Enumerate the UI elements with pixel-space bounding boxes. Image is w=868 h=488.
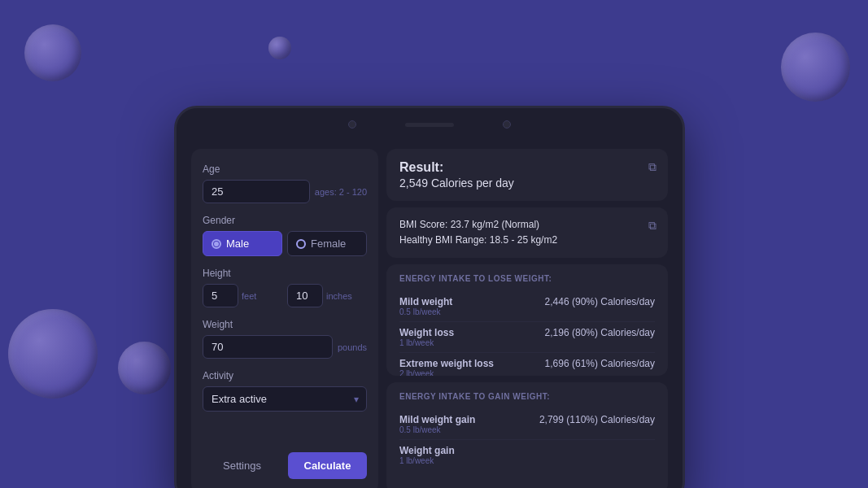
gain-label-1: Weight gain [399,445,455,456]
copy-icon[interactable]: ⧉ [648,160,656,174]
bmi-card: ⧉ BMI Score: 23.7 kg/m2 (Normal) Healthy… [386,207,668,258]
tablet-device: Age ages: 2 - 120 Gender Male Female [174,106,685,488]
weight-group: Weight pounds [203,319,367,359]
lose-sub-0: 0.5 lb/week [399,307,452,316]
lose-label-2: Extreme weight loss [399,358,494,369]
lose-row-1: Weight loss 1 lb/week 2,196 (80%) Calori… [399,322,655,353]
gain-weight-section: ENERGY INTAKE TO GAIN WEIGHT: Mild weigh… [386,382,668,488]
gain-row-0: Mild weight gain 0.5 lb/week 2,799 (110%… [399,409,655,440]
gain-sub-0: 0.5 lb/week [399,425,475,434]
bg-bubble-1 [24,24,81,81]
bmi-range: Healthy BMI Range: 18.5 - 25 kg/m2 [399,233,655,248]
gender-row: Male Female [203,231,367,256]
lose-weight-section: ENERGY INTAKE TO LOSE WEIGHT: Mild weigh… [386,264,668,376]
lose-sub-1: 1 lb/week [399,338,454,347]
age-label: Age [203,163,367,175]
gender-group: Gender Male Female [203,215,367,256]
lose-cal-1: 2,196 (80%) Calories/day [545,327,655,338]
lose-label-1: Weight loss [399,327,454,338]
age-group: Age ages: 2 - 120 [203,163,367,203]
app-container: Age ages: 2 - 120 Gender Male Female [177,141,683,488]
left-panel: Age ages: 2 - 120 Gender Male Female [191,149,378,488]
feet-unit: feet [242,291,256,301]
bg-bubble-2 [268,37,291,59]
activity-select-wrap: Sedentary Lightly active Moderately acti… [203,386,367,412]
gain-section-header: ENERGY INTAKE TO GAIN WEIGHT: [399,392,655,401]
height-inputs: feet inches [203,284,367,307]
gain-cal-0: 2,799 (110%) Calories/day [539,414,655,425]
result-calories: 2,549 Calories per day [399,176,655,190]
settings-button[interactable]: Settings [203,452,281,479]
height-feet-field: feet [203,284,282,307]
age-input[interactable] [203,180,310,203]
tablet-camera [348,120,356,129]
female-label: Female [311,237,346,250]
weight-input-row: pounds [203,335,367,359]
right-panel: ⧉ Result: 2,549 Calories per day ⧉ BMI S… [386,149,668,488]
female-radio [296,239,306,249]
result-card: ⧉ Result: 2,549 Calories per day [386,149,668,201]
age-hint: ages: 2 - 120 [315,187,367,197]
bmi-copy-icon[interactable]: ⧉ [648,219,656,233]
gain-label-0: Mild weight gain [399,414,475,425]
bottom-buttons: Settings Calculate [203,452,367,479]
gender-label: Gender [203,215,367,226]
weight-label: Weight [203,319,367,330]
activity-group: Activity Sedentary Lightly active Modera… [203,370,367,412]
activity-label: Activity [203,370,367,381]
height-inches-input[interactable] [287,284,323,307]
male-button[interactable]: Male [203,231,282,256]
height-inches-field: inches [287,284,367,307]
height-group: Height feet inches [203,268,367,307]
gain-row-1: Weight gain 1 lb/week [399,440,655,470]
calculate-button[interactable]: Calculate [288,452,367,479]
tablet-camera-right [503,120,511,129]
weight-input[interactable] [203,335,333,359]
female-button[interactable]: Female [287,231,367,256]
bg-bubble-3 [781,33,850,102]
tablet-speaker [405,123,454,127]
male-radio [212,239,221,249]
bg-bubble-5 [118,342,171,394]
tablet-top-bar [177,108,683,141]
bg-bubble-4 [8,309,98,399]
activity-select[interactable]: Sedentary Lightly active Moderately acti… [203,386,367,412]
lose-label-0: Mild weight [399,296,452,307]
bmi-score: BMI Score: 23.7 kg/m2 (Normal) [399,217,655,233]
lose-cal-0: 2,446 (90%) Calories/day [545,296,655,307]
height-feet-input[interactable] [203,284,238,307]
lose-section-header: ENERGY INTAKE TO LOSE WEIGHT: [399,274,655,283]
inches-unit: inches [326,291,352,301]
result-title: Result: [399,160,655,175]
height-label: Height [203,268,367,279]
lose-cal-2: 1,696 (61%) Calories/day [545,358,655,369]
lose-row-2: Extreme weight loss 2 lb/week 1,696 (61%… [399,353,655,376]
gain-sub-1: 1 lb/week [399,456,455,465]
male-label: Male [226,237,249,250]
lose-row-0: Mild weight 0.5 lb/week 2,446 (90%) Calo… [399,291,655,322]
age-input-row: ages: 2 - 120 [203,180,367,203]
weight-unit: pounds [338,342,367,352]
lose-sub-2: 2 lb/week [399,369,494,376]
